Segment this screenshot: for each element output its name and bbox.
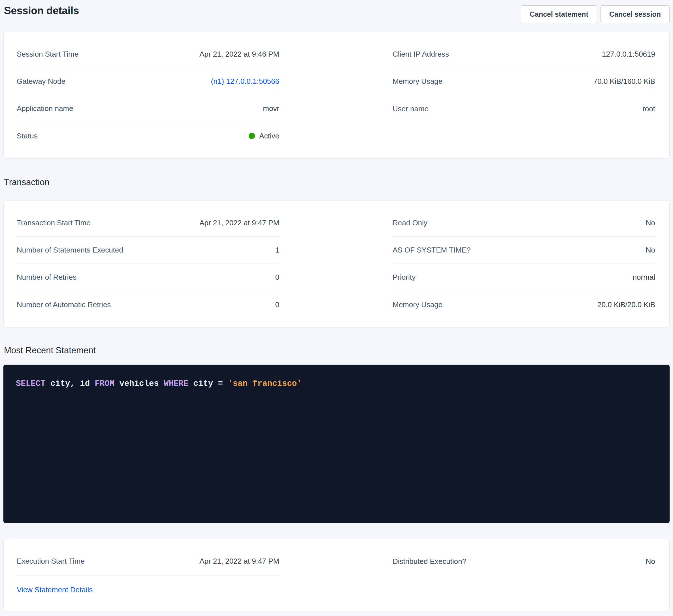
transaction-grid: Transaction Start TimeApr 21, 2022 at 9:… xyxy=(4,201,669,327)
row-value: root xyxy=(642,104,655,113)
view-statement-details-link[interactable]: View Statement Details xyxy=(17,585,92,594)
sql-statement-box: SELECT city, id FROM vehicles WHERE city… xyxy=(3,365,670,523)
cancel-statement-button[interactable]: Cancel statement xyxy=(521,5,597,23)
transaction-heading: Transaction xyxy=(4,177,670,188)
detail-row: Session Start TimeApr 21, 2022 at 9:46 P… xyxy=(17,41,279,68)
execution-grid: Execution Start Time Apr 21, 2022 at 9:4… xyxy=(4,539,669,611)
detail-row: Prioritynormal xyxy=(393,264,655,291)
row-value: 0 xyxy=(275,300,279,309)
row-label: User name xyxy=(393,104,429,113)
transaction-card: Transaction Start TimeApr 21, 2022 at 9:… xyxy=(3,201,670,327)
page-title: Session details xyxy=(4,4,79,18)
detail-row: Application namemovr xyxy=(17,95,279,122)
detail-row: StatusActive xyxy=(17,122,279,149)
row-label: Session Start Time xyxy=(17,50,78,59)
header-actions: Cancel statement Cancel session xyxy=(521,5,670,23)
detail-row: Distributed Execution? No xyxy=(393,547,655,576)
detail-row: Number of Statements Executed1 xyxy=(17,237,279,264)
sql-token-keyword: FROM xyxy=(94,379,115,388)
sql-statement: SELECT city, id FROM vehicles WHERE city… xyxy=(16,378,657,389)
row-label: Memory Usage xyxy=(393,77,442,86)
detail-row: Transaction Start TimeApr 21, 2022 at 9:… xyxy=(17,210,279,237)
row-label: Client IP Address xyxy=(393,50,449,59)
row-label: Execution Start Time xyxy=(17,557,85,566)
row-label: Priority xyxy=(393,273,416,282)
row-label: AS OF SYSTEM TIME? xyxy=(393,246,470,255)
row-label: Memory Usage xyxy=(393,300,442,309)
execution-card: Execution Start Time Apr 21, 2022 at 9:4… xyxy=(3,539,670,611)
detail-row: Read OnlyNo xyxy=(393,210,655,237)
row-value: No xyxy=(646,557,655,566)
detail-row: Client IP Address127.0.0.1:50619 xyxy=(393,41,655,68)
transaction-right-column: Read OnlyNoAS OF SYSTEM TIME?NoPriorityn… xyxy=(393,210,655,318)
row-value: Apr 21, 2022 at 9:47 PM xyxy=(199,219,279,227)
row-value: Apr 21, 2022 at 9:47 PM xyxy=(199,557,279,566)
row-value: movr xyxy=(263,104,279,113)
sql-token-keyword: SELECT xyxy=(16,379,45,388)
row-value: 70.0 KiB/160.0 KiB xyxy=(594,77,655,86)
session-summary-card: Session Start TimeApr 21, 2022 at 9:46 P… xyxy=(3,32,670,159)
detail-row: Number of Retries0 xyxy=(17,264,279,291)
most-recent-statement-heading: Most Recent Statement xyxy=(4,345,670,356)
row-value: Apr 21, 2022 at 9:46 PM xyxy=(199,50,279,59)
sql-token-plain: vehicles xyxy=(115,379,164,388)
session-summary-left-column: Session Start TimeApr 21, 2022 at 9:46 P… xyxy=(17,41,279,149)
row-label: Transaction Start Time xyxy=(17,219,91,227)
row-label: Number of Retries xyxy=(17,273,76,282)
session-details-page: Session details Cancel statement Cancel … xyxy=(0,0,673,616)
execution-right-column: Distributed Execution? No xyxy=(393,547,655,604)
status-text: Active xyxy=(259,131,279,140)
detail-row: Execution Start Time Apr 21, 2022 at 9:4… xyxy=(17,547,279,576)
sql-token-keyword: WHERE xyxy=(164,379,188,388)
row-value: No xyxy=(646,246,655,255)
gateway-node-link[interactable]: (n1) 127.0.0.1:50566 xyxy=(211,77,279,86)
session-status: Active xyxy=(249,131,279,140)
sql-token-plain: city, id xyxy=(45,379,94,388)
sql-token-string: 'san francisco' xyxy=(228,379,302,388)
page-header: Session details Cancel statement Cancel … xyxy=(0,0,673,18)
transaction-left-column: Transaction Start TimeApr 21, 2022 at 9:… xyxy=(17,210,279,318)
row-value: 0 xyxy=(275,273,279,282)
row-label: Gateway Node xyxy=(17,77,65,86)
row-label: Distributed Execution? xyxy=(393,557,466,566)
row-label: Status xyxy=(17,131,38,140)
row-label: Application name xyxy=(17,104,73,113)
row-value: normal xyxy=(633,273,655,282)
row-value: No xyxy=(646,219,655,227)
detail-row: Memory Usage70.0 KiB/160.0 KiB xyxy=(393,68,655,95)
detail-row: User nameroot xyxy=(393,95,655,122)
detail-row: AS OF SYSTEM TIME?No xyxy=(393,237,655,264)
row-value: 1 xyxy=(275,246,279,255)
cancel-session-button[interactable]: Cancel session xyxy=(601,5,670,23)
detail-row: Number of Automatic Retries0 xyxy=(17,291,279,318)
view-statement-details-row: View Statement Details xyxy=(17,576,279,604)
row-value: 127.0.0.1:50619 xyxy=(602,50,655,59)
row-value: 20.0 KiB/20.0 KiB xyxy=(597,300,655,309)
session-summary-grid: Session Start TimeApr 21, 2022 at 9:46 P… xyxy=(4,32,669,158)
sql-token-plain: city = xyxy=(188,379,228,388)
detail-row: Gateway Node(n1) 127.0.0.1:50566 xyxy=(17,68,279,95)
session-summary-right-column: Client IP Address127.0.0.1:50619Memory U… xyxy=(393,41,655,149)
row-label: Read Only xyxy=(393,219,427,227)
row-label: Number of Statements Executed xyxy=(17,246,123,255)
row-label: Number of Automatic Retries xyxy=(17,300,111,309)
execution-left-column: Execution Start Time Apr 21, 2022 at 9:4… xyxy=(17,547,279,604)
detail-row: Memory Usage20.0 KiB/20.0 KiB xyxy=(393,291,655,318)
status-active-dot xyxy=(249,133,255,139)
